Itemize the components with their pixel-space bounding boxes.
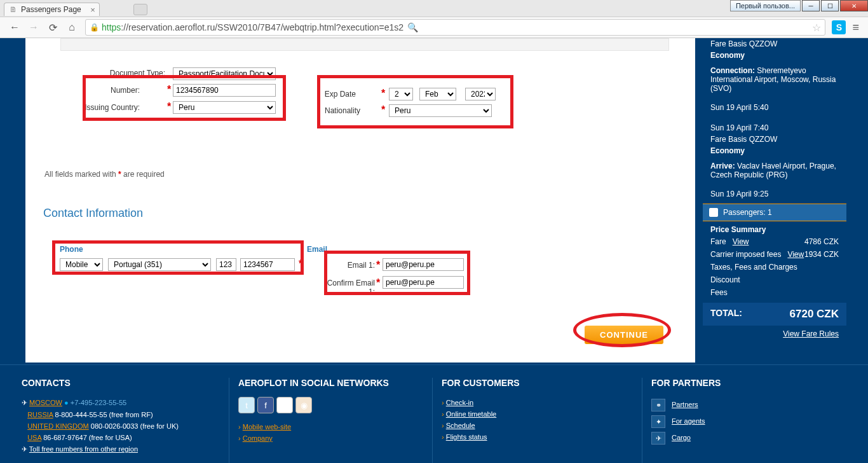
highlight-box bbox=[52, 240, 304, 275]
fare-basis-2: Fare Basis QZZOW bbox=[703, 134, 846, 145]
moscow-line: ✈ MOSCOW ● +7-495-223-55-55 bbox=[22, 397, 229, 409]
highlight-box bbox=[83, 75, 286, 121]
skype-icon[interactable]: S bbox=[832, 20, 846, 34]
schedule-link[interactable]: Schedule bbox=[442, 420, 642, 431]
discount-row: Discount bbox=[703, 273, 846, 286]
facebook-icon[interactable]: f bbox=[257, 397, 274, 413]
page-icon: 🗎 bbox=[10, 5, 17, 14]
timetable-link[interactable]: Online timetable bbox=[442, 408, 642, 420]
nav-bar: ← → ⟳ ⌂ 🔒 https://reservation.aeroflot.r… bbox=[0, 17, 868, 38]
main-form-area: Document Type: Passport/Facilitation Doc… bbox=[25, 38, 695, 363]
url-bar[interactable]: 🔒 https://reservation.aeroflot.ru/SSW201… bbox=[85, 19, 825, 36]
partners-link[interactable]: ⚭Partners bbox=[651, 397, 845, 413]
social-heading: AEROFLOT IN SOCIAL NETWORKS bbox=[238, 378, 432, 388]
window-close-button[interactable]: ✕ bbox=[840, 0, 868, 11]
price-sidebar: Fare Basis QZZOW Economy Connection: She… bbox=[703, 38, 846, 342]
partners-heading: FOR PARTNERS bbox=[651, 378, 845, 388]
footer-social: AEROFLOT IN SOCIAL NETWORKS t f ▶ ◉ Mobi… bbox=[229, 378, 432, 463]
footer-contacts: CONTACTS ✈ MOSCOW ● +7-495-223-55-55 RUS… bbox=[13, 378, 229, 463]
close-icon[interactable]: × bbox=[90, 5, 95, 15]
page-content: Document Type: Passport/Facilitation Doc… bbox=[0, 38, 868, 463]
arrive-info: Arrive: Vaclav Havel Airport, Prague, Cz… bbox=[703, 160, 846, 181]
twitter-icon[interactable]: t bbox=[238, 397, 255, 413]
connection-info: Connection: Sheremetyevo International A… bbox=[703, 65, 846, 94]
price-summary-heading: Price Summary bbox=[703, 221, 846, 235]
class-economy: Economy bbox=[703, 50, 846, 61]
customers-heading: FOR CUSTOMERS bbox=[442, 378, 642, 388]
window-maximize-button[interactable]: ☐ bbox=[821, 0, 839, 11]
footer-partners: FOR PARTNERS ⚭Partners ✦For agents ✈Carg… bbox=[642, 378, 845, 463]
browser-tab[interactable]: 🗎 Passengers Page × bbox=[4, 3, 100, 16]
highlight-box bbox=[324, 251, 470, 295]
lock-icon: 🔒 bbox=[90, 23, 99, 32]
company-link[interactable]: Company bbox=[238, 432, 432, 444]
highlight-oval bbox=[573, 313, 671, 347]
footer: CONTACTS ✈ MOSCOW ● +7-495-223-55-55 RUS… bbox=[0, 364, 868, 463]
partners-icon: ⚭ bbox=[651, 399, 665, 411]
total-row: TOTAL: 6720 CZK bbox=[703, 303, 846, 326]
cargo-link[interactable]: ✈Cargo bbox=[651, 430, 845, 446]
panel-background bbox=[60, 38, 669, 51]
time-3: Sun 19 April 9:25 bbox=[703, 188, 846, 200]
time-2: Sun 19 April 7:40 bbox=[703, 122, 846, 134]
contact-info-heading: Contact Information bbox=[43, 207, 143, 220]
required-fields-note: All fields marked with * are required bbox=[44, 170, 165, 179]
passengers-row: Passengers: 1 bbox=[703, 204, 846, 221]
agents-icon: ✦ bbox=[651, 415, 665, 428]
checkin-link[interactable]: Check-in bbox=[442, 397, 642, 408]
url-protocol: https bbox=[102, 22, 121, 32]
view-fare-link[interactable]: View bbox=[733, 237, 749, 246]
instagram-icon[interactable]: ◉ bbox=[295, 397, 312, 413]
flights-status-link[interactable]: Flights status bbox=[442, 431, 642, 443]
tab-title: Passengers Page bbox=[21, 5, 81, 14]
url-path: ://reservation.aeroflot.ru/SSW2010/7B47/… bbox=[121, 22, 403, 32]
reload-icon[interactable]: ⟳ bbox=[47, 22, 58, 34]
menu-icon[interactable]: ≡ bbox=[852, 21, 859, 34]
usa-line: USA 86-687-97647 (free for USA) bbox=[22, 432, 229, 443]
russia-line: RUSSIA 8-800-444-55-55 (free from RF) bbox=[22, 409, 229, 420]
taxes-row: Taxes, Fees and Charges bbox=[703, 261, 846, 273]
footer-customers: FOR CUSTOMERS Check-in Online timetable … bbox=[432, 378, 642, 463]
highlight-box bbox=[317, 75, 513, 128]
passenger-icon bbox=[709, 208, 718, 217]
agents-link[interactable]: ✦For agents bbox=[651, 413, 845, 430]
forward-icon[interactable]: → bbox=[28, 22, 39, 33]
back-icon[interactable]: ← bbox=[9, 22, 20, 33]
view-fare-rules-link[interactable]: View Fare Rules bbox=[703, 326, 846, 342]
tab-bar: 🗎 Passengers Page × bbox=[0, 0, 785, 17]
class-economy-2: Economy bbox=[703, 145, 846, 156]
bookmark-icon[interactable]: ☆ bbox=[812, 22, 821, 34]
mobile-site-link[interactable]: Mobile web-site bbox=[238, 421, 432, 432]
window-minimize-button[interactable]: ─ bbox=[802, 0, 820, 11]
cargo-icon: ✈ bbox=[651, 432, 665, 445]
new-tab-button[interactable] bbox=[133, 4, 147, 15]
contacts-heading: CONTACTS bbox=[22, 378, 229, 388]
fare-basis: Fare Basis QZZOW bbox=[703, 38, 846, 50]
time-1: Sun 19 April 5:40 bbox=[703, 102, 846, 113]
view-fees-link[interactable]: View bbox=[787, 250, 804, 259]
youtube-icon[interactable]: ▶ bbox=[276, 397, 293, 413]
fare-row: Fare View 4786 CZK bbox=[703, 235, 846, 248]
fees-row: Fees bbox=[703, 286, 846, 299]
search-icon[interactable]: 🔍 bbox=[407, 22, 418, 32]
carrier-fees-row: Carrier imposed fees View 1934 CZK bbox=[703, 248, 846, 261]
tollfree-link[interactable]: ✈ Toll free numbers from other region bbox=[22, 443, 229, 455]
home-icon[interactable]: ⌂ bbox=[66, 22, 78, 33]
uk-line: UNITED KINGDOM 080-0026-0033 (free for U… bbox=[22, 420, 229, 432]
